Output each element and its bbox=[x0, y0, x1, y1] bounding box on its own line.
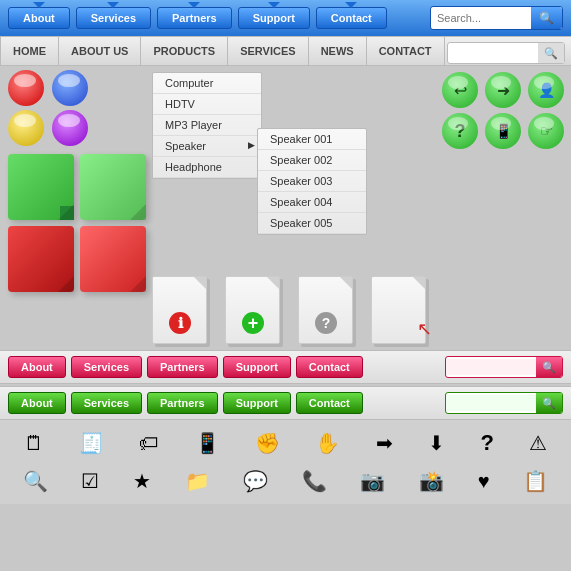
pink-search-box: 🔍 bbox=[445, 356, 563, 378]
doc-info[interactable]: ℹ bbox=[152, 269, 217, 344]
icon-comment[interactable]: 💬 bbox=[243, 469, 268, 493]
gray-nav-contact[interactable]: CONTACT bbox=[367, 37, 445, 65]
green-search-box: 🔍 bbox=[445, 392, 563, 414]
gray-nav-about[interactable]: ABOUT US bbox=[59, 37, 141, 65]
icon-camera[interactable]: 📷 bbox=[360, 469, 385, 493]
icon-search[interactable]: 🔍 bbox=[23, 469, 48, 493]
icon-phone[interactable]: 📞 bbox=[302, 469, 327, 493]
gray-nav-search-box: 🔍 bbox=[447, 42, 565, 64]
icon-warning[interactable]: ⚠ bbox=[529, 431, 547, 455]
pink-nav-about[interactable]: About bbox=[8, 356, 66, 378]
menu-speaker[interactable]: Speaker bbox=[153, 136, 261, 157]
menu-mp3[interactable]: MP3 Player bbox=[153, 115, 261, 136]
sticky-red-1[interactable] bbox=[8, 226, 74, 292]
green-nav-partners[interactable]: Partners bbox=[147, 392, 218, 414]
menu-computer[interactable]: Computer bbox=[153, 73, 261, 94]
blue-nav-search-box: 🔍 bbox=[430, 6, 563, 30]
dropdown-container: Computer HDTV MP3 Player Speaker Headpho… bbox=[152, 72, 436, 179]
green-search-input[interactable] bbox=[446, 395, 536, 411]
icon-star[interactable]: ★ bbox=[133, 469, 151, 493]
icon-tag[interactable]: 🏷 bbox=[139, 432, 159, 455]
pink-nav-partners[interactable]: Partners bbox=[147, 356, 218, 378]
green-icon-arrow[interactable]: ➜ bbox=[485, 72, 521, 108]
blue-nav-bar: About Services Partners Support Contact … bbox=[0, 0, 571, 36]
blue-nav-about[interactable]: About bbox=[8, 7, 70, 29]
icon-camera2[interactable]: 📸 bbox=[419, 469, 444, 493]
blue-nav-support[interactable]: Support bbox=[238, 7, 310, 29]
icon-question[interactable]: ? bbox=[480, 430, 493, 456]
pink-nav-services[interactable]: Services bbox=[71, 356, 142, 378]
icon-person-doc[interactable]: 🧾 bbox=[79, 431, 104, 455]
submenu-speaker-001[interactable]: Speaker 001 bbox=[258, 129, 366, 150]
doc-cursor[interactable]: ↖ bbox=[371, 269, 436, 344]
blue-nav-search-button[interactable]: 🔍 bbox=[531, 6, 562, 30]
green-nav-about[interactable]: About bbox=[8, 392, 66, 414]
green-icon-mobile[interactable]: 📱 bbox=[485, 113, 521, 149]
gray-nav-search-button[interactable]: 🔍 bbox=[538, 42, 564, 64]
middle-column: Computer HDTV MP3 Player Speaker Headpho… bbox=[152, 70, 436, 344]
blue-nav-partners[interactable]: Partners bbox=[157, 7, 232, 29]
green-search-button[interactable]: 🔍 bbox=[536, 392, 562, 414]
circle-purple[interactable] bbox=[52, 110, 88, 146]
icon-file-cut[interactable]: 🗒 bbox=[24, 432, 44, 455]
green-icon-person[interactable]: 👤 bbox=[528, 72, 564, 108]
icon-folder[interactable]: 📁 bbox=[185, 469, 210, 493]
pink-nav-bar: About Services Partners Support Contact … bbox=[0, 350, 571, 384]
doc-plus[interactable]: + bbox=[225, 269, 290, 344]
gray-nav-search-input[interactable] bbox=[448, 45, 538, 61]
submenu-speaker-003[interactable]: Speaker 003 bbox=[258, 171, 366, 192]
pink-nav-support[interactable]: Support bbox=[223, 356, 291, 378]
bottom-icon-section: 🗒 🧾 🏷 📱 ✊ ✋ ➡ ⬇ ? ⚠ 🔍 ☑ ★ 📁 💬 📞 📷 📸 ♥ 📋 bbox=[0, 420, 571, 504]
green-nav-contact[interactable]: Contact bbox=[296, 392, 363, 414]
pink-search-input[interactable] bbox=[446, 359, 536, 375]
circle-red[interactable] bbox=[8, 70, 44, 106]
blue-nav-search-input[interactable] bbox=[431, 10, 531, 26]
right-column: ↩ ➜ 👤 🏷 ⚠ ? 📱 ☞ 📄 ⬇ bbox=[442, 70, 571, 344]
submenu-speaker-004[interactable]: Speaker 004 bbox=[258, 192, 366, 213]
menu-headphone[interactable]: Headphone bbox=[153, 157, 261, 178]
blue-nav-services[interactable]: Services bbox=[76, 7, 151, 29]
pink-search-button[interactable]: 🔍 bbox=[536, 356, 562, 378]
blue-nav-contact[interactable]: Contact bbox=[316, 7, 387, 29]
main-content-area: Computer HDTV MP3 Player Speaker Headpho… bbox=[0, 66, 571, 348]
submenu-speaker-002[interactable]: Speaker 002 bbox=[258, 150, 366, 171]
sticky-green-2[interactable] bbox=[80, 154, 146, 220]
gray-nav-news[interactable]: NEWS bbox=[309, 37, 367, 65]
green-icon-question[interactable]: ? bbox=[442, 113, 478, 149]
icon-heart[interactable]: ♥ bbox=[478, 470, 490, 493]
circle-blue[interactable] bbox=[52, 70, 88, 106]
icon-fist[interactable]: ✊ bbox=[255, 431, 280, 455]
speaker-submenu: Speaker 001 Speaker 002 Speaker 003 Spea… bbox=[257, 128, 367, 235]
circles-row-1 bbox=[8, 70, 146, 106]
green-icon-hand[interactable]: ☞ bbox=[528, 113, 564, 149]
icon-arrow-right[interactable]: ➡ bbox=[376, 431, 393, 455]
gray-nav-bar: HOME ABOUT US PRODUCTS SERVICES NEWS CON… bbox=[0, 36, 571, 66]
icon-mobile[interactable]: 📱 bbox=[195, 431, 220, 455]
pink-nav-contact[interactable]: Contact bbox=[296, 356, 363, 378]
icon-download[interactable]: ⬇ bbox=[428, 431, 445, 455]
gray-nav-home[interactable]: HOME bbox=[0, 37, 59, 65]
icon-clipboard[interactable]: 📋 bbox=[523, 469, 548, 493]
left-column bbox=[8, 70, 146, 344]
green-nav-bar: About Services Partners Support Contact … bbox=[0, 386, 571, 420]
doc-question[interactable]: ? bbox=[298, 269, 363, 344]
menu-hdtv[interactable]: HDTV bbox=[153, 94, 261, 115]
gray-nav-products[interactable]: PRODUCTS bbox=[141, 37, 228, 65]
submenu-speaker-005[interactable]: Speaker 005 bbox=[258, 213, 366, 234]
icon-checkbox[interactable]: ☑ bbox=[81, 469, 99, 493]
circles-row-2 bbox=[8, 110, 146, 146]
green-nav-support[interactable]: Support bbox=[223, 392, 291, 414]
main-dropdown-menu: Computer HDTV MP3 Player Speaker Headpho… bbox=[152, 72, 262, 179]
green-nav-services[interactable]: Services bbox=[71, 392, 142, 414]
sticky-green-1[interactable] bbox=[8, 154, 74, 220]
circle-yellow[interactable] bbox=[8, 110, 44, 146]
icon-open-hand[interactable]: ✋ bbox=[315, 431, 340, 455]
green-icon-back[interactable]: ↩ bbox=[442, 72, 478, 108]
sticky-red-2[interactable] bbox=[80, 226, 146, 292]
gray-nav-services[interactable]: SERVICES bbox=[228, 37, 308, 65]
